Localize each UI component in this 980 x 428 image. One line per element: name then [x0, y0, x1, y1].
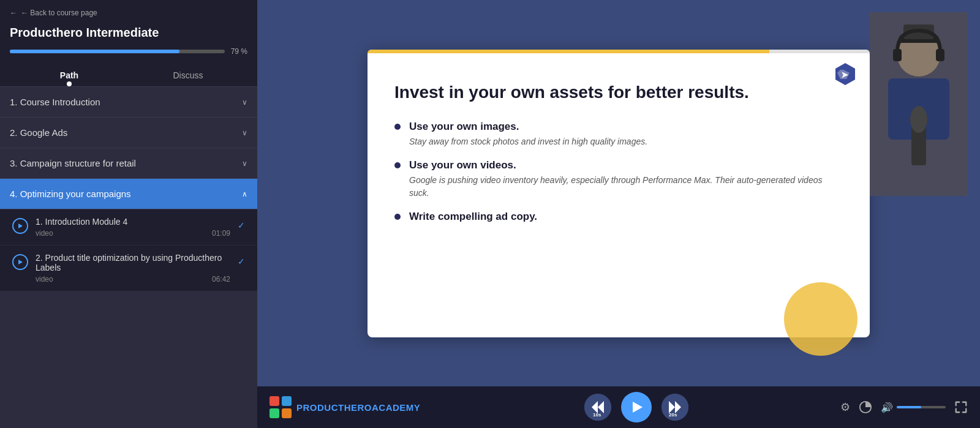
play-triangle-2: [18, 260, 23, 265]
course-title: Producthero Intermediate: [10, 26, 247, 40]
fullscreen-icon: [954, 400, 968, 414]
logo-square-1: [270, 396, 279, 406]
brand-logo: PRODUCTHEROACADEMY: [270, 396, 420, 418]
section-1-label: 1. Course Introduction: [10, 97, 100, 107]
rewind-label-text: 10s: [593, 412, 601, 418]
bullet-content-2: Use your own videos. Google is pushing v…: [409, 159, 843, 200]
brand-name-part1: PRODUCTHERO: [296, 402, 372, 413]
quality-button[interactable]: [859, 400, 872, 414]
lesson-1-type: video: [36, 229, 53, 238]
bullet-dot-1: [394, 124, 401, 130]
forward-icon: 20s: [662, 394, 688, 421]
progress-bar-bg: [10, 50, 225, 53]
section-1-chevron: ∨: [242, 98, 247, 107]
controls-center: 10s 20s: [442, 392, 831, 422]
lesson-1-info: 1. Introduction Module 4 video 01:09: [36, 217, 230, 238]
bullet-content-3: Write compelling ad copy.: [409, 211, 537, 225]
lesson-2-check-icon: ✓: [238, 257, 247, 266]
bullet-3-main: Write compelling ad copy.: [409, 211, 537, 223]
gear-icon: ⚙: [840, 400, 850, 414]
main-content: ➤ Invest in your own assets for better r…: [257, 0, 980, 428]
rewind-button[interactable]: 10s: [584, 394, 611, 421]
slide-top-bar: [368, 50, 870, 53]
lesson-2-type: video: [36, 275, 53, 283]
section-2-label: 2. Google Ads: [10, 127, 67, 138]
logo-square-3: [270, 408, 279, 418]
headphone-left: [893, 49, 902, 61]
slide-container: ➤ Invest in your own assets for better r…: [368, 50, 870, 337]
volume-icon: 🔊: [881, 402, 893, 413]
bullet-dot-2: [394, 162, 401, 168]
logo-square-2: [282, 396, 292, 406]
lesson-2-title: 2. Product title optimization by using P…: [36, 253, 230, 272]
controls-bar: PRODUCTHEROACADEMY 10s: [257, 386, 980, 428]
forward-button[interactable]: 20s: [662, 394, 688, 421]
mic-head: [910, 106, 927, 133]
bullet-1-main: Use your own images.: [409, 121, 647, 133]
back-arrow-icon: ←: [10, 9, 17, 17]
hex-arrow-text: ➤: [841, 70, 848, 80]
lesson-2-info: 2. Product title optimization by using P…: [36, 253, 230, 283]
tab-path[interactable]: Path: [10, 64, 129, 86]
brand-name: PRODUCTHEROACADEMY: [296, 402, 420, 413]
play-button[interactable]: [621, 392, 652, 422]
play-icon: [631, 401, 644, 413]
controls-right: ⚙ 🔊: [840, 400, 968, 414]
slide-bullets: Use your own images. Stay away from stoc…: [394, 121, 843, 225]
play-triangle: [18, 223, 23, 228]
lesson-item-1[interactable]: 1. Introduction Module 4 video 01:09 ✓: [0, 209, 257, 246]
bullet-2-sub: Google is pushing video inventory heavil…: [409, 174, 843, 200]
slide-yellow-circle: [784, 282, 858, 356]
lesson-2-duration: 06:42: [212, 275, 230, 283]
headphone-right: [936, 49, 944, 61]
slide-title: Invest in your own assets for better res…: [394, 81, 843, 103]
section-item-3[interactable]: 3. Campaign structure for retail ∨: [0, 148, 257, 179]
fullscreen-button[interactable]: [954, 400, 968, 414]
brand-name-part2: ACADEMY: [372, 402, 420, 413]
progress-bar-fill: [10, 50, 179, 53]
rewind-icon: 10s: [584, 394, 611, 421]
bullet-item-3: Write compelling ad copy.: [394, 211, 843, 225]
lesson-2-meta: video 06:42: [36, 275, 230, 283]
bullet-1-sub: Stay away from stock photos and invest i…: [409, 135, 647, 148]
quality-icon: [859, 400, 872, 414]
section-item-1[interactable]: 1. Course Introduction ∨: [0, 87, 257, 118]
brand-icon: [270, 396, 292, 418]
section-4-label: 4. Optimizing your campaigns: [10, 189, 131, 199]
video-area: ➤ Invest in your own assets for better r…: [257, 0, 980, 386]
section-2-chevron: ∨: [242, 129, 247, 137]
section-item-4[interactable]: 4. Optimizing your campaigns ∧: [0, 179, 257, 209]
tabs: Path Discuss: [10, 64, 247, 86]
lesson-1-play-icon: [12, 218, 28, 234]
settings-button[interactable]: ⚙: [840, 400, 850, 414]
lesson-1-meta: video 01:09: [36, 229, 230, 238]
section-3-label: 3. Campaign structure for retail: [10, 158, 136, 168]
bullet-item-2: Use your own videos. Google is pushing v…: [394, 159, 843, 200]
sidebar: ← ← Back to course page « Producthero In…: [0, 0, 257, 428]
lesson-item-2[interactable]: 2. Product title optimization by using P…: [0, 246, 257, 291]
bullet-dot-3: [394, 214, 401, 220]
section-item-2[interactable]: 2. Google Ads ∨: [0, 118, 257, 148]
back-link-label: ← Back to course page: [21, 9, 97, 17]
lesson-2-play-icon: [12, 254, 28, 270]
svg-marker-3: [633, 402, 643, 413]
bullet-2-main: Use your own videos.: [409, 159, 843, 171]
forward-label-text: 20s: [669, 412, 677, 418]
bullet-content-1: Use your own images. Stay away from stoc…: [409, 121, 647, 148]
logo-square-4: [282, 408, 292, 418]
back-link[interactable]: ← ← Back to course page: [10, 9, 247, 17]
sidebar-content: 1. Course Introduction ∨ 2. Google Ads ∨…: [0, 87, 257, 428]
volume-slider[interactable]: [897, 406, 946, 408]
lesson-1-title: 1. Introduction Module 4: [36, 217, 230, 227]
webcam-overlay: [870, 12, 968, 196]
lesson-1-check-icon: ✓: [238, 220, 247, 230]
bullet-item-1: Use your own images. Stay away from stoc…: [394, 121, 843, 148]
volume-fill: [897, 406, 921, 408]
hex-icon: ➤: [833, 62, 858, 89]
progress-percentage: 79 %: [231, 47, 247, 56]
person-silhouette: [870, 12, 968, 196]
tab-discuss[interactable]: Discuss: [129, 64, 247, 86]
progress-container: 79 %: [10, 47, 247, 56]
lesson-1-duration: 01:09: [212, 229, 230, 238]
sidebar-header: ← ← Back to course page « Producthero In…: [0, 0, 257, 87]
